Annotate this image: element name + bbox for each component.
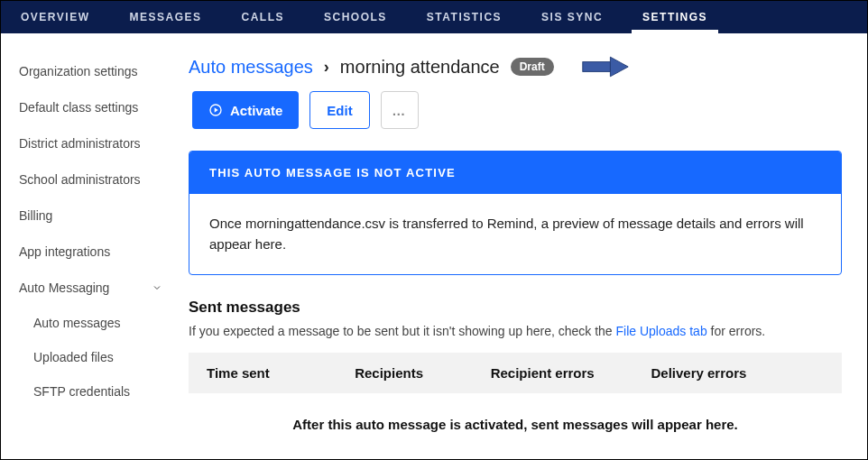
breadcrumb-current: morning attendance [340,57,500,78]
topnav-statistics[interactable]: STATISTICS [407,1,522,33]
edit-button[interactable]: Edit [309,91,369,129]
action-bar: Activate Edit … [192,91,419,129]
sidebar-sub-sftp-credentials[interactable]: SFTP credentials [1,374,180,409]
svg-marker-1 [610,57,628,77]
activate-button[interactable]: Activate [192,91,299,129]
sidebar-item-billing[interactable]: Billing [1,198,180,234]
topnav-sis-sync[interactable]: SIS SYNC [522,1,623,33]
file-uploads-link[interactable]: File Uploads tab [616,324,707,338]
topnav-settings[interactable]: SETTINGS [623,1,727,33]
topnav-overview[interactable]: OVERVIEW [1,1,109,33]
col-recipients: Recipients [355,365,490,381]
inactive-banner-header: THIS AUTO MESSAGE IS NOT ACTIVE [189,152,841,194]
sent-messages-hint: If you expected a message to be sent but… [189,324,842,338]
sent-messages-hint-suffix: for errors. [707,324,766,338]
status-badge: Draft [511,58,554,76]
sent-messages-table-header: Time sent Recipients Recipient errors De… [189,353,842,393]
breadcrumb-row: Auto messages › morning attendance Draft… [189,53,842,129]
inactive-banner: THIS AUTO MESSAGE IS NOT ACTIVE Once mor… [189,151,842,275]
sidebar-item-district-administrators[interactable]: District administrators [1,125,180,161]
sidebar-item-organization-settings[interactable]: Organization settings [1,53,180,89]
more-actions-button[interactable]: … [381,91,419,129]
sidebar: Organization settings Default class sett… [1,33,181,459]
col-delivery-errors: Delivery errors [651,365,824,381]
col-recipient-errors: Recipient errors [491,365,651,381]
arrow-right-icon [581,53,630,80]
play-circle-icon [208,103,223,117]
main-panel: Auto messages › morning attendance Draft… [181,33,867,459]
topnav-calls[interactable]: CALLS [221,1,304,33]
breadcrumb-separator: › [324,58,329,77]
svg-rect-0 [582,62,610,72]
sidebar-item-app-integrations[interactable]: App integrations [1,234,180,270]
sidebar-item-auto-messaging[interactable]: Auto Messaging [1,270,180,306]
topnav-schools[interactable]: SCHOOLS [304,1,407,33]
inactive-banner-body: Once morningattendance.csv is transferre… [189,194,841,274]
svg-marker-3 [215,107,218,112]
sidebar-item-school-administrators[interactable]: School administrators [1,161,180,198]
sent-messages-title: Sent messages [189,299,842,317]
sidebar-sub-uploaded-files[interactable]: Uploaded files [1,340,180,374]
sidebar-item-label: Auto Messaging [19,281,109,295]
sidebar-sub-auto-messages[interactable]: Auto messages [1,306,180,340]
col-time-sent: Time sent [207,365,355,381]
breadcrumb-root-link[interactable]: Auto messages [189,57,313,78]
topnav-messages[interactable]: MESSAGES [109,1,221,33]
chevron-down-icon [152,282,162,293]
sent-messages-empty: After this auto message is activated, se… [189,393,842,443]
sidebar-item-default-class-settings[interactable]: Default class settings [1,89,180,125]
activate-button-label: Activate [230,103,282,118]
arrow-annotation [581,53,630,80]
top-nav: OVERVIEW MESSAGES CALLS SCHOOLS STATISTI… [1,1,867,33]
sent-messages-hint-prefix: If you expected a message to be sent but… [189,324,616,338]
